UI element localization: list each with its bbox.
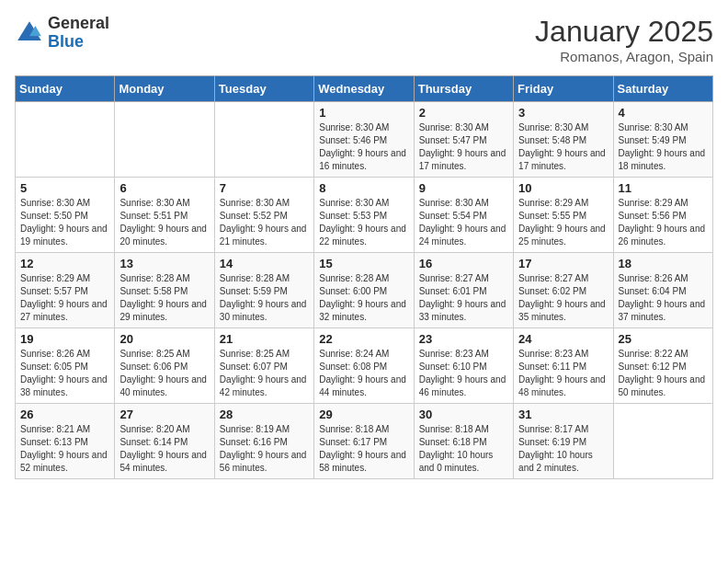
day-number: 25 bbox=[619, 332, 708, 346]
day-number: 3 bbox=[518, 106, 608, 120]
day-number: 26 bbox=[20, 408, 109, 421]
day-number: 18 bbox=[619, 257, 708, 270]
day-info: Sunrise: 8:24 AMSunset: 6:08 PMDaylight:… bbox=[319, 348, 408, 399]
day-number: 11 bbox=[619, 181, 708, 195]
calendar-day-cell: 14Sunrise: 8:28 AMSunset: 5:59 PMDayligh… bbox=[214, 253, 313, 328]
day-info: Sunrise: 8:22 AMSunset: 6:12 PMDaylight:… bbox=[619, 348, 708, 399]
calendar-week-row: 19Sunrise: 8:26 AMSunset: 6:05 PMDayligh… bbox=[16, 328, 713, 404]
logo: General Blue bbox=[15, 15, 109, 52]
day-info: Sunrise: 8:27 AMSunset: 6:01 PMDaylight:… bbox=[419, 272, 508, 324]
day-number: 13 bbox=[119, 257, 209, 270]
day-info: Sunrise: 8:23 AMSunset: 6:11 PMDaylight:… bbox=[518, 348, 608, 399]
day-number: 30 bbox=[419, 408, 508, 421]
day-info: Sunrise: 8:30 AMSunset: 5:54 PMDaylight:… bbox=[419, 197, 508, 248]
calendar-day-cell: 4Sunrise: 8:30 AMSunset: 5:49 PMDaylight… bbox=[613, 102, 712, 178]
calendar-body: 1Sunrise: 8:30 AMSunset: 5:46 PMDaylight… bbox=[16, 102, 713, 479]
day-number: 7 bbox=[220, 181, 309, 195]
calendar-day-cell: 30Sunrise: 8:18 AMSunset: 6:18 PMDayligh… bbox=[414, 404, 513, 479]
day-info: Sunrise: 8:29 AMSunset: 5:55 PMDaylight:… bbox=[518, 197, 608, 248]
calendar-day-cell bbox=[115, 102, 214, 178]
logo-icon bbox=[15, 18, 44, 48]
day-info: Sunrise: 8:30 AMSunset: 5:53 PMDaylight:… bbox=[319, 197, 408, 248]
header-row: SundayMondayTuesdayWednesdayThursdayFrid… bbox=[16, 76, 713, 102]
day-number: 23 bbox=[419, 332, 508, 346]
calendar-day-cell: 29Sunrise: 8:18 AMSunset: 6:17 PMDayligh… bbox=[314, 404, 414, 479]
calendar-table: SundayMondayTuesdayWednesdayThursdayFrid… bbox=[15, 75, 713, 479]
day-number: 21 bbox=[220, 332, 309, 346]
day-number: 5 bbox=[20, 181, 109, 195]
day-info: Sunrise: 8:29 AMSunset: 5:56 PMDaylight:… bbox=[619, 197, 708, 248]
day-of-week-header: Friday bbox=[514, 76, 613, 102]
calendar-day-cell: 31Sunrise: 8:17 AMSunset: 6:19 PMDayligh… bbox=[514, 404, 613, 479]
day-number: 19 bbox=[20, 332, 109, 346]
calendar-week-row: 1Sunrise: 8:30 AMSunset: 5:46 PMDaylight… bbox=[16, 102, 713, 178]
day-info: Sunrise: 8:30 AMSunset: 5:48 PMDaylight:… bbox=[518, 121, 608, 173]
day-info: Sunrise: 8:18 AMSunset: 6:17 PMDaylight:… bbox=[319, 423, 408, 475]
calendar-day-cell: 5Sunrise: 8:30 AMSunset: 5:50 PMDaylight… bbox=[16, 178, 115, 253]
calendar-day-cell bbox=[613, 404, 712, 479]
day-info: Sunrise: 8:18 AMSunset: 6:18 PMDaylight:… bbox=[419, 423, 508, 475]
day-number: 24 bbox=[518, 332, 608, 346]
day-info: Sunrise: 8:30 AMSunset: 5:52 PMDaylight:… bbox=[220, 197, 309, 248]
calendar-day-cell: 19Sunrise: 8:26 AMSunset: 6:05 PMDayligh… bbox=[16, 328, 115, 404]
day-info: Sunrise: 8:30 AMSunset: 5:50 PMDaylight:… bbox=[20, 197, 109, 248]
day-info: Sunrise: 8:28 AMSunset: 6:00 PMDaylight:… bbox=[319, 272, 408, 324]
calendar-week-row: 26Sunrise: 8:21 AMSunset: 6:13 PMDayligh… bbox=[16, 404, 713, 479]
calendar-week-row: 5Sunrise: 8:30 AMSunset: 5:50 PMDaylight… bbox=[16, 178, 713, 253]
calendar-title: January 2025 bbox=[535, 15, 713, 49]
day-info: Sunrise: 8:26 AMSunset: 6:05 PMDaylight:… bbox=[20, 348, 109, 399]
day-of-week-header: Saturday bbox=[613, 76, 712, 102]
day-number: 31 bbox=[518, 408, 608, 421]
day-info: Sunrise: 8:29 AMSunset: 5:57 PMDaylight:… bbox=[20, 272, 109, 324]
calendar-day-cell: 9Sunrise: 8:30 AMSunset: 5:54 PMDaylight… bbox=[414, 178, 513, 253]
calendar-day-cell: 11Sunrise: 8:29 AMSunset: 5:56 PMDayligh… bbox=[613, 178, 712, 253]
calendar-day-cell bbox=[214, 102, 313, 178]
calendar-day-cell: 10Sunrise: 8:29 AMSunset: 5:55 PMDayligh… bbox=[514, 178, 613, 253]
calendar-day-cell: 17Sunrise: 8:27 AMSunset: 6:02 PMDayligh… bbox=[514, 253, 613, 328]
day-number: 10 bbox=[518, 181, 608, 195]
day-number: 16 bbox=[419, 257, 508, 270]
day-info: Sunrise: 8:28 AMSunset: 5:58 PMDaylight:… bbox=[119, 272, 209, 324]
logo-blue: Blue bbox=[48, 32, 84, 51]
calendar-day-cell: 27Sunrise: 8:20 AMSunset: 6:14 PMDayligh… bbox=[115, 404, 214, 479]
calendar-week-row: 12Sunrise: 8:29 AMSunset: 5:57 PMDayligh… bbox=[16, 253, 713, 328]
day-of-week-header: Monday bbox=[115, 76, 214, 102]
day-number: 27 bbox=[119, 408, 209, 421]
day-number: 1 bbox=[319, 106, 408, 120]
calendar-day-cell bbox=[16, 102, 115, 178]
day-number: 2 bbox=[419, 106, 508, 120]
day-info: Sunrise: 8:19 AMSunset: 6:16 PMDaylight:… bbox=[220, 423, 309, 475]
day-of-week-header: Wednesday bbox=[314, 76, 414, 102]
day-info: Sunrise: 8:21 AMSunset: 6:13 PMDaylight:… bbox=[20, 423, 109, 475]
calendar-day-cell: 6Sunrise: 8:30 AMSunset: 5:51 PMDaylight… bbox=[115, 178, 214, 253]
calendar-day-cell: 28Sunrise: 8:19 AMSunset: 6:16 PMDayligh… bbox=[214, 404, 313, 479]
calendar-day-cell: 12Sunrise: 8:29 AMSunset: 5:57 PMDayligh… bbox=[16, 253, 115, 328]
logo-text: General Blue bbox=[48, 15, 109, 52]
day-number: 9 bbox=[419, 181, 508, 195]
day-info: Sunrise: 8:30 AMSunset: 5:49 PMDaylight:… bbox=[619, 121, 708, 173]
day-number: 8 bbox=[319, 181, 408, 195]
day-number: 29 bbox=[319, 408, 408, 421]
calendar-day-cell: 26Sunrise: 8:21 AMSunset: 6:13 PMDayligh… bbox=[16, 404, 115, 479]
calendar-subtitle: Romanos, Aragon, Spain bbox=[535, 49, 713, 64]
day-of-week-header: Thursday bbox=[414, 76, 513, 102]
day-info: Sunrise: 8:17 AMSunset: 6:19 PMDaylight:… bbox=[518, 423, 608, 475]
day-number: 4 bbox=[619, 106, 708, 120]
day-info: Sunrise: 8:20 AMSunset: 6:14 PMDaylight:… bbox=[119, 423, 209, 475]
calendar-day-cell: 7Sunrise: 8:30 AMSunset: 5:52 PMDaylight… bbox=[214, 178, 313, 253]
day-info: Sunrise: 8:25 AMSunset: 6:07 PMDaylight:… bbox=[220, 348, 309, 399]
day-number: 15 bbox=[319, 257, 408, 270]
calendar-day-cell: 2Sunrise: 8:30 AMSunset: 5:47 PMDaylight… bbox=[414, 102, 513, 178]
day-number: 6 bbox=[119, 181, 209, 195]
day-number: 17 bbox=[518, 257, 608, 270]
day-info: Sunrise: 8:27 AMSunset: 6:02 PMDaylight:… bbox=[518, 272, 608, 324]
day-number: 22 bbox=[319, 332, 408, 346]
title-block: January 2025 Romanos, Aragon, Spain bbox=[535, 15, 713, 64]
day-number: 20 bbox=[119, 332, 209, 346]
day-number: 28 bbox=[220, 408, 309, 421]
calendar-day-cell: 13Sunrise: 8:28 AMSunset: 5:58 PMDayligh… bbox=[115, 253, 214, 328]
day-info: Sunrise: 8:26 AMSunset: 6:04 PMDaylight:… bbox=[619, 272, 708, 324]
day-info: Sunrise: 8:25 AMSunset: 6:06 PMDaylight:… bbox=[119, 348, 209, 399]
day-info: Sunrise: 8:30 AMSunset: 5:47 PMDaylight:… bbox=[419, 121, 508, 173]
day-info: Sunrise: 8:30 AMSunset: 5:46 PMDaylight:… bbox=[319, 121, 408, 173]
